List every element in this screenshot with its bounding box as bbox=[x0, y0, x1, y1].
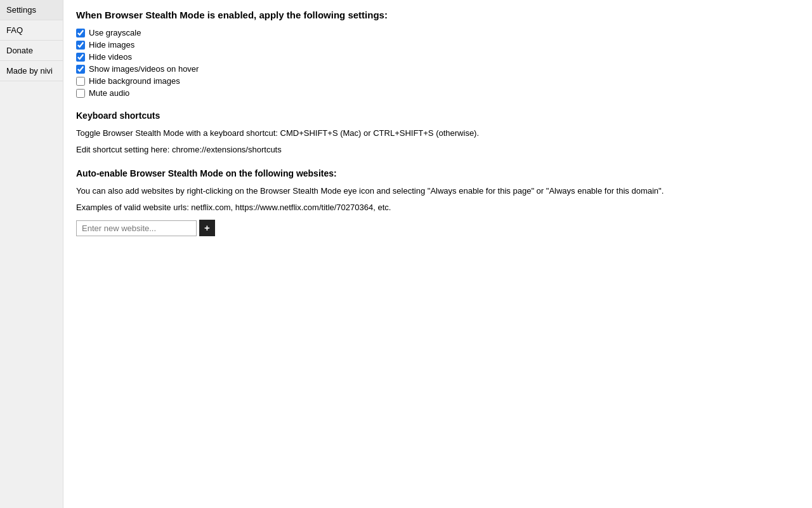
sidebar-item-settings[interactable]: Settings bbox=[0, 0, 63, 20]
checkbox-hide-background-images-input[interactable] bbox=[76, 77, 85, 86]
checkbox-hide-images-input[interactable] bbox=[76, 41, 85, 50]
checkbox-show-images-hover[interactable]: Show images/videos on hover bbox=[76, 64, 799, 74]
sidebar-item-made-by-nivi[interactable]: Made by nivi bbox=[0, 61, 63, 81]
keyboard-shortcut-toggle-text: Toggle Browser Stealth Mode with a keybo… bbox=[76, 127, 799, 140]
auto-enable-description2: Examples of valid website urls: netflix.… bbox=[76, 201, 799, 214]
checkbox-hide-videos-input[interactable] bbox=[76, 53, 85, 62]
keyboard-shortcuts-title: Keyboard shortcuts bbox=[76, 110, 799, 121]
keyboard-shortcut-link[interactable]: chrome://extensions/shortcuts bbox=[172, 145, 282, 154]
auto-enable-title: Auto-enable Browser Stealth Mode on the … bbox=[76, 168, 799, 178]
checkbox-use-grayscale[interactable]: Use grayscale bbox=[76, 28, 799, 37]
settings-checkboxes: Use grayscale Hide images Hide videos Sh… bbox=[76, 28, 799, 98]
checkbox-use-grayscale-input[interactable] bbox=[76, 29, 85, 37]
sidebar-item-donate[interactable]: Donate bbox=[0, 41, 63, 61]
checkbox-mute-audio-input[interactable] bbox=[76, 89, 85, 98]
checkbox-hide-background-images-label: Hide background images bbox=[89, 76, 180, 86]
main-header: When Browser Stealth Mode is enabled, ap… bbox=[76, 10, 799, 20]
checkbox-show-images-hover-input[interactable] bbox=[76, 65, 85, 74]
checkbox-mute-audio-label: Mute audio bbox=[89, 88, 129, 98]
checkbox-use-grayscale-label: Use grayscale bbox=[89, 28, 141, 37]
website-input[interactable] bbox=[76, 220, 197, 236]
checkbox-hide-images[interactable]: Hide images bbox=[76, 40, 799, 50]
keyboard-shortcut-edit-prefix: Edit shortcut setting here: bbox=[76, 145, 172, 154]
sidebar: Settings FAQ Donate Made by nivi bbox=[0, 0, 63, 508]
add-website-button[interactable]: + bbox=[199, 220, 215, 236]
website-input-row: + bbox=[76, 220, 799, 236]
checkbox-hide-images-label: Hide images bbox=[89, 40, 134, 50]
checkbox-mute-audio[interactable]: Mute audio bbox=[76, 88, 799, 98]
auto-enable-description1: You can also add websites by right-click… bbox=[76, 185, 799, 197]
sidebar-item-faq[interactable]: FAQ bbox=[0, 20, 63, 41]
checkbox-hide-videos-label: Hide videos bbox=[89, 52, 132, 62]
checkbox-hide-background-images[interactable]: Hide background images bbox=[76, 76, 799, 86]
checkbox-hide-videos[interactable]: Hide videos bbox=[76, 52, 799, 62]
checkbox-show-images-hover-label: Show images/videos on hover bbox=[89, 64, 199, 74]
keyboard-shortcut-edit-text: Edit shortcut setting here: chrome://ext… bbox=[76, 144, 799, 156]
main-content: When Browser Stealth Mode is enabled, ap… bbox=[63, 0, 812, 508]
